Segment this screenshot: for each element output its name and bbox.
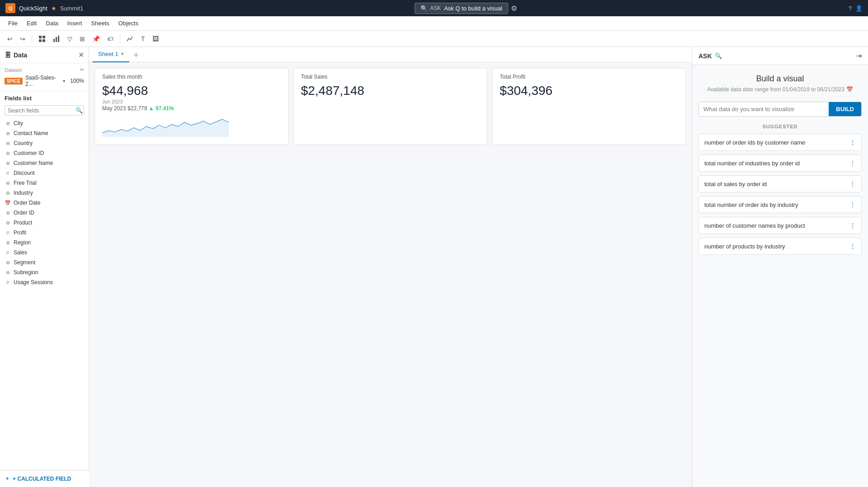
dataset-label-text: Dataset bbox=[5, 67, 22, 73]
table-view-button[interactable] bbox=[36, 33, 48, 44]
suggestions-list: number of order ids by customer name ⋮to… bbox=[698, 134, 862, 255]
search-fields-input[interactable] bbox=[8, 108, 75, 114]
menu-data[interactable]: Data bbox=[41, 16, 62, 31]
field-type-icon: # bbox=[5, 170, 11, 176]
ask-panel: ASK 🔍 ⇥ Build a visual Available data da… bbox=[692, 47, 868, 487]
field-item[interactable]: ⊕ City bbox=[0, 118, 89, 128]
field-item[interactable]: ⊕ Subregion bbox=[0, 267, 89, 277]
settings-button[interactable]: ⚙ bbox=[511, 4, 517, 13]
center-panel: Sheet 1 ▾ ＋ Sales this month $44,968 Jun… bbox=[89, 47, 692, 487]
menu-bar: File Edit Data Insert Sheets Objects bbox=[0, 16, 868, 31]
redo-button[interactable]: ↪ bbox=[17, 33, 28, 44]
topbar-left: Q QuickSight ★ Summit1 bbox=[5, 3, 83, 13]
search-button[interactable]: 🔍 bbox=[75, 107, 83, 114]
field-name: Order Date bbox=[14, 200, 40, 206]
grid-button[interactable]: ⊞ bbox=[77, 33, 88, 44]
field-item[interactable]: ⊕ Country bbox=[0, 138, 89, 148]
field-item[interactable]: ⊕ Customer Name bbox=[0, 158, 89, 168]
field-type-icon: # bbox=[5, 250, 11, 255]
close-panel-button[interactable]: ✕ bbox=[78, 51, 84, 59]
field-type-icon: 📅 bbox=[5, 200, 11, 206]
field-item[interactable]: ⊕ Order ID bbox=[0, 208, 89, 218]
field-name: Customer Name bbox=[14, 160, 53, 166]
undo-button[interactable]: ↩ bbox=[5, 33, 15, 44]
svg-rect-4 bbox=[53, 39, 55, 42]
visual-card: Total Sales $2,487,148 bbox=[293, 68, 488, 145]
svg-rect-6 bbox=[58, 36, 59, 42]
menu-objects[interactable]: Objects bbox=[114, 16, 143, 31]
suggestion-arrow-icon: ⋮ bbox=[849, 139, 856, 146]
build-visual-subtitle: Available data date range from 01/04/201… bbox=[698, 86, 862, 93]
data-panel-header: 🗄 Data ✕ bbox=[0, 47, 89, 63]
add-sheet-button[interactable]: ＋ bbox=[129, 49, 143, 60]
suggestion-arrow-icon: ⋮ bbox=[849, 201, 856, 208]
suggestion-arrow-icon: ⋮ bbox=[849, 243, 856, 250]
svg-rect-0 bbox=[39, 36, 42, 38]
field-item[interactable]: ⊕ Product bbox=[0, 218, 89, 228]
sheets-bar: Sheet 1 ▾ ＋ bbox=[89, 47, 692, 62]
app-logo: Q bbox=[5, 3, 15, 13]
menu-file[interactable]: File bbox=[4, 16, 22, 31]
calculated-field-button[interactable]: ＋ + CALCULATED FIELD bbox=[0, 470, 89, 487]
suggested-label: SUGGESTED bbox=[698, 124, 862, 129]
suggestion-text: number of order ids by customer name bbox=[704, 139, 805, 146]
field-item[interactable]: ⊕ Customer ID bbox=[0, 148, 89, 158]
svg-rect-5 bbox=[56, 37, 57, 42]
expand-panel-button[interactable]: ⇥ bbox=[856, 52, 862, 60]
topbar-center: 🔍 ASK Ask Q to build a visual ⚙ bbox=[415, 3, 517, 14]
visual-title: Sales this month bbox=[102, 74, 281, 80]
kpi-value: $2,487,148 bbox=[301, 84, 480, 98]
suggestion-item[interactable]: number of order ids by customer name ⋮ bbox=[698, 134, 862, 151]
field-item[interactable]: ⊕ Industry bbox=[0, 188, 89, 198]
field-item[interactable]: ⊕ Region bbox=[0, 238, 89, 248]
subtitle-text: Available data date range from 01/04/201… bbox=[707, 86, 844, 93]
field-name: Free Trial bbox=[14, 180, 37, 186]
text-button[interactable]: T bbox=[138, 33, 148, 44]
edit-icon[interactable]: ✏ bbox=[80, 67, 84, 73]
tag-button[interactable]: 🏷 bbox=[104, 33, 116, 44]
field-item[interactable]: ⊕ Free Trial bbox=[0, 178, 89, 188]
field-type-icon: ⊕ bbox=[5, 160, 11, 166]
menu-sheets[interactable]: Sheets bbox=[86, 16, 113, 31]
suggestion-item[interactable]: number of customer names by product ⋮ bbox=[698, 217, 862, 234]
ask-search-icon: 🔍 bbox=[715, 52, 722, 59]
query-box: BUILD bbox=[698, 102, 862, 117]
svg-rect-3 bbox=[42, 39, 45, 42]
search-fields-box[interactable]: 🔍 bbox=[5, 105, 84, 116]
bar-chart-button[interactable] bbox=[50, 33, 63, 44]
build-button[interactable]: BUILD bbox=[829, 102, 861, 116]
field-type-icon: ⊕ bbox=[5, 131, 11, 136]
svg-rect-1 bbox=[42, 36, 45, 38]
field-item[interactable]: 📅 Order Date bbox=[0, 198, 89, 208]
visual-card: Sales this month $44,968 Jun 2023 May 20… bbox=[94, 68, 289, 145]
menu-edit[interactable]: Edit bbox=[22, 16, 41, 31]
field-item[interactable]: # Profit bbox=[0, 228, 89, 238]
field-name: Industry bbox=[14, 190, 33, 196]
field-item[interactable]: # Usage Sessions bbox=[0, 277, 89, 287]
field-item[interactable]: # Sales bbox=[0, 248, 89, 258]
suggestion-item[interactable]: total of sales by order id ⋮ bbox=[698, 175, 862, 192]
plus-icon: ＋ bbox=[5, 475, 10, 482]
visuals-area: Sales this month $44,968 Jun 2023 May 20… bbox=[89, 62, 692, 487]
ask-visual-button[interactable]: 🔍 ASK Ask Q to build a visual bbox=[415, 3, 508, 14]
calc-field-label: + CALCULATED FIELD bbox=[13, 476, 71, 482]
query-input[interactable] bbox=[699, 102, 829, 116]
top-bar: Q QuickSight ★ Summit1 🔍 ASK Ask Q to bu… bbox=[0, 0, 868, 16]
pin-button[interactable]: 📌 bbox=[90, 33, 103, 44]
image-button[interactable]: 🖼 bbox=[150, 33, 161, 44]
line-chart-button[interactable] bbox=[124, 33, 137, 44]
suggestion-item[interactable]: total number of industries by order id ⋮ bbox=[698, 155, 862, 172]
field-type-icon: ⊕ bbox=[5, 240, 11, 246]
suggestion-item[interactable]: number of products by industry ⋮ bbox=[698, 238, 862, 255]
field-item[interactable]: # Discount bbox=[0, 168, 89, 178]
field-type-icon: ⊕ bbox=[5, 210, 11, 216]
field-type-icon: ⊕ bbox=[5, 260, 11, 266]
suggestion-item[interactable]: total number of order ids by industry ⋮ bbox=[698, 196, 862, 213]
dataset-selector[interactable]: SPICE SaaS-Sales-2... ▾ 100% bbox=[5, 75, 84, 87]
field-item[interactable]: ⊕ Segment bbox=[0, 258, 89, 267]
sheet-tab-1[interactable]: Sheet 1 ▾ bbox=[93, 47, 129, 62]
data-icon: 🗄 bbox=[5, 52, 11, 59]
field-item[interactable]: ⊕ Contact Name bbox=[0, 128, 89, 138]
menu-insert[interactable]: Insert bbox=[63, 16, 87, 31]
filter-button[interactable]: ▽ bbox=[65, 33, 75, 44]
